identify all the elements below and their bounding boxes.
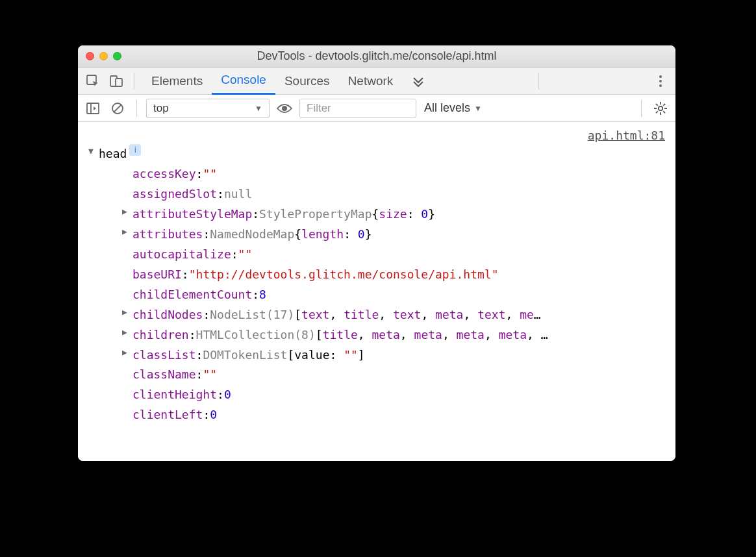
property-row[interactable]: ▶childElementCount: 8 [88, 285, 668, 305]
tab-sources[interactable]: Sources [275, 68, 339, 95]
devtools-window: DevTools - devtools.glitch.me/console/ap… [78, 45, 675, 461]
close-window-button[interactable] [86, 52, 94, 60]
separator [134, 73, 134, 90]
info-badge-icon[interactable]: i [129, 144, 141, 156]
property-key: attributes [132, 225, 203, 245]
property-row[interactable]: ▶baseURI: "http://devtools.glitch.me/con… [88, 265, 668, 285]
svg-line-16 [656, 103, 658, 105]
colon: : [252, 285, 259, 305]
property-key: assignedSlot [132, 184, 217, 204]
live-expression-eye-icon[interactable] [275, 99, 294, 118]
tree-root-label: head [99, 144, 127, 164]
colon: : [217, 385, 224, 405]
colon: : [252, 204, 259, 225]
property-type: NamedNodeMap [210, 225, 294, 245]
svg-line-18 [656, 111, 658, 113]
colon: : [217, 184, 224, 204]
property-type: StylePropertyMap [259, 204, 372, 225]
window-titlebar: DevTools - devtools.glitch.me/console/ap… [78, 45, 675, 68]
inspect-element-icon[interactable] [83, 71, 103, 91]
property-row[interactable]: ▶attributeStyleMap: StylePropertyMap {si… [88, 204, 668, 225]
traffic-lights [86, 52, 121, 60]
device-toolbar-icon[interactable] [107, 71, 126, 91]
console-filter-row: top ▼ All levels ▼ [78, 95, 675, 122]
dropdown-triangle-icon: ▼ [474, 104, 482, 113]
property-value: [title, meta, meta, meta, meta, … [316, 325, 548, 345]
execution-context-select[interactable]: top ▼ [146, 99, 270, 118]
property-value: "" [203, 164, 217, 184]
property-row[interactable]: ▶accessKey: "" [88, 164, 668, 184]
svg-point-5 [659, 84, 662, 87]
menu-kebab-icon[interactable] [651, 71, 670, 91]
object-tree: ▼ head i ▶accessKey: ""▶assignedSlot: nu… [88, 144, 668, 425]
disclosure-triangle-right-icon[interactable]: ▶ [122, 225, 131, 245]
tab-console[interactable]: Console [212, 68, 275, 95]
property-value: null [224, 184, 252, 204]
property-key: autocapitalize [132, 245, 231, 265]
property-row[interactable]: ▶classList: DOMTokenList [value: ""] [88, 345, 668, 365]
property-row[interactable]: ▶assignedSlot: null [88, 184, 668, 204]
property-row[interactable]: ▶clientHeight: 0 [88, 385, 668, 405]
svg-line-9 [114, 105, 121, 112]
window-title: DevTools - devtools.glitch.me/console/ap… [86, 49, 668, 63]
property-row[interactable]: ▶className: "" [88, 365, 668, 385]
colon: : [196, 365, 203, 385]
property-row[interactable]: ▶childNodes: NodeList(17) [text, title, … [88, 305, 668, 325]
property-key: childNodes [132, 305, 203, 325]
property-row[interactable]: ▶attributes: NamedNodeMap {length: 0} [88, 225, 668, 245]
disclosure-triangle-right-icon[interactable]: ▶ [122, 325, 131, 345]
property-value: 0 [210, 405, 217, 425]
property-key: classList [132, 345, 196, 365]
execution-context-value: top [153, 102, 169, 115]
tree-root-row[interactable]: ▼ head i [88, 144, 668, 164]
filter-input[interactable] [299, 99, 416, 118]
console-sidebar-toggle-icon[interactable] [83, 99, 103, 118]
colon: : [231, 245, 238, 265]
property-row[interactable]: ▶autocapitalize: "" [88, 245, 668, 265]
property-value: 0 [224, 385, 231, 405]
clear-console-icon[interactable] [108, 99, 127, 118]
colon: : [203, 225, 210, 245]
source-link[interactable]: api.html:81 [588, 126, 665, 146]
disclosure-triangle-right-icon[interactable]: ▶ [122, 345, 131, 365]
property-key: className [132, 365, 196, 385]
svg-point-4 [659, 80, 662, 82]
colon: : [196, 345, 203, 365]
property-key: clientHeight [132, 385, 217, 405]
property-value: "" [238, 245, 253, 265]
svg-point-10 [282, 106, 287, 111]
property-value: "" [203, 365, 217, 385]
colon: : [182, 265, 189, 285]
log-levels-select[interactable]: All levels ▼ [424, 101, 482, 115]
property-value: {size: 0} [372, 204, 435, 225]
separator [538, 73, 539, 90]
property-type: HTMLCollection(8) [196, 325, 316, 345]
property-value: {length: 0} [294, 225, 372, 245]
tab-network[interactable]: Network [339, 68, 403, 95]
disclosure-triangle-right-icon[interactable]: ▶ [122, 305, 131, 325]
property-type: DOMTokenList [203, 345, 287, 365]
property-key: clientLeft [132, 405, 203, 425]
disclosure-triangle-down-icon[interactable]: ▼ [88, 144, 97, 164]
zoom-window-button[interactable] [113, 52, 121, 60]
property-key: baseURI [132, 265, 182, 285]
console-settings-gear-icon[interactable] [651, 99, 670, 118]
property-row[interactable]: ▶clientLeft: 0 [88, 405, 668, 425]
devtools-tabs-row: ElementsConsoleSourcesNetwork [78, 68, 675, 95]
svg-rect-2 [116, 79, 122, 86]
more-tabs-button[interactable] [406, 75, 431, 87]
property-key: accessKey [132, 164, 196, 184]
colon: : [203, 405, 210, 425]
minimize-window-button[interactable] [99, 52, 108, 60]
colon: : [189, 325, 196, 345]
property-value: "http://devtools.glitch.me/console/api.h… [189, 265, 499, 285]
separator [641, 100, 642, 117]
property-row[interactable]: ▶children: HTMLCollection(8) [title, met… [88, 325, 668, 345]
disclosure-triangle-right-icon[interactable]: ▶ [122, 204, 131, 225]
property-type: NodeList(17) [210, 305, 294, 325]
property-key: attributeStyleMap [132, 204, 252, 225]
tab-elements[interactable]: Elements [142, 68, 212, 95]
svg-line-17 [663, 111, 665, 113]
dropdown-triangle-icon: ▼ [255, 104, 262, 113]
svg-rect-6 [87, 103, 99, 114]
